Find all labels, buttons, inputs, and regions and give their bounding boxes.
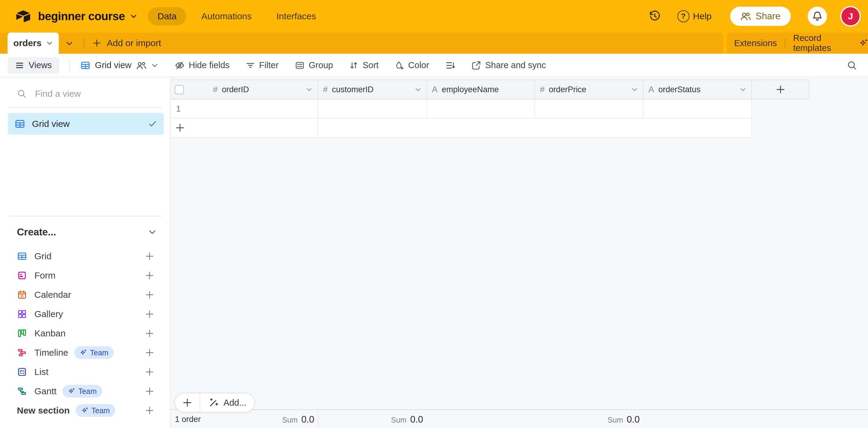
plus-icon[interactable]: [145, 386, 154, 396]
create-list-item[interactable]: List: [0, 362, 170, 382]
column-header-employeename[interactable]: A employeeName: [427, 79, 535, 99]
avatar-initial: J: [848, 11, 853, 22]
share-and-sync-button[interactable]: Share and sync: [471, 60, 546, 70]
plus-icon[interactable]: [145, 367, 154, 377]
create-timeline-item[interactable]: Timeline Team: [0, 343, 170, 362]
share-button[interactable]: Share: [730, 7, 791, 26]
svg-text:31: 31: [20, 294, 24, 298]
help-button[interactable]: Help: [677, 10, 712, 22]
airtable-app: beginner course Data Automations Interfa…: [0, 0, 868, 428]
row-height-button[interactable]: [445, 61, 455, 70]
add-record-pill: Add...: [174, 393, 255, 413]
extensions-button[interactable]: Extensions: [734, 38, 777, 48]
all-tables-chevron-icon[interactable]: [65, 39, 73, 47]
workspace-name: beginner course: [38, 10, 125, 23]
chevron-down-icon[interactable]: [631, 86, 638, 93]
cell-border: [751, 119, 752, 137]
tab-automations[interactable]: Automations: [192, 7, 261, 25]
create-calendar-item[interactable]: 31 Calendar: [0, 285, 170, 304]
tab-interfaces[interactable]: Interfaces: [267, 7, 326, 25]
column-header-orderid[interactable]: # orderID: [171, 79, 318, 99]
magic-wand-icon: [208, 398, 219, 408]
plus-icon: [175, 123, 185, 133]
current-view-button[interactable]: Grid view: [80, 60, 159, 70]
sum-label: Sum: [282, 416, 298, 424]
notifications-button[interactable]: [808, 7, 827, 26]
summary-orderid[interactable]: Sum 0.0: [248, 414, 314, 425]
group-icon: [295, 61, 305, 70]
column-header-customerid[interactable]: # customerID: [318, 79, 427, 99]
chevron-down-icon[interactable]: [46, 39, 53, 47]
hide-fields-button[interactable]: Hide fields: [175, 60, 229, 70]
create-new-section-item[interactable]: New section Team: [0, 401, 170, 420]
find-view-input[interactable]: [34, 88, 158, 99]
create-gallery-item[interactable]: Gallery: [0, 304, 170, 324]
search-icon[interactable]: [847, 60, 857, 70]
group-button[interactable]: Group: [295, 60, 333, 70]
create-gantt-item[interactable]: Gantt Team: [0, 382, 170, 401]
tab-data[interactable]: Data: [148, 7, 186, 25]
views-sidebar-toggle[interactable]: Views: [8, 57, 59, 73]
grid-view-icon: [14, 119, 25, 129]
add-record-plus-button[interactable]: [175, 393, 200, 412]
plus-icon[interactable]: [145, 251, 154, 261]
add-field-button[interactable]: [752, 79, 809, 99]
view-name: Grid view: [32, 119, 142, 129]
sort-icon: [349, 61, 358, 70]
search-icon: [17, 89, 27, 99]
table-row[interactable]: 1: [171, 99, 752, 119]
avatar[interactable]: J: [841, 7, 860, 25]
create-item-label: New section: [17, 405, 70, 416]
chevron-down-icon[interactable]: [306, 86, 313, 93]
color-label: Color: [408, 60, 429, 70]
timeline-icon: [17, 348, 27, 358]
plus-icon[interactable]: [145, 290, 154, 300]
plus-icon: [182, 398, 192, 408]
share-sync-label: Share and sync: [485, 60, 546, 70]
plus-icon: [775, 85, 786, 95]
number-field-icon: #: [213, 85, 218, 94]
create-section-header[interactable]: Create...: [17, 226, 157, 238]
column-name: orderID: [222, 85, 249, 94]
sidebar-view-grid-view[interactable]: Grid view: [8, 113, 164, 135]
select-all-checkbox[interactable]: [175, 85, 184, 94]
chevron-down-icon[interactable]: [739, 86, 746, 93]
form-icon: [17, 271, 27, 280]
create-grid-item[interactable]: Grid: [0, 246, 170, 266]
add-with-ai-button[interactable]: Add...: [200, 393, 254, 412]
add-row-button[interactable]: [171, 119, 752, 138]
filter-icon: [246, 61, 255, 70]
table-tab-orders[interactable]: orders: [7, 33, 59, 54]
sort-button[interactable]: Sort: [349, 60, 378, 70]
find-view-search[interactable]: [17, 88, 158, 99]
plus-icon[interactable]: [145, 309, 154, 319]
column-name: orderStatus: [658, 85, 701, 94]
column-header-orderprice[interactable]: # orderPrice: [535, 79, 644, 99]
cell-border: [318, 99, 318, 118]
workspace-switcher[interactable]: beginner course: [38, 10, 137, 23]
plus-icon[interactable]: [145, 271, 154, 280]
chevron-down-icon[interactable]: [151, 62, 159, 69]
column-header-orderstatus[interactable]: A orderStatus: [644, 79, 752, 99]
chevron-down-icon[interactable]: [414, 86, 422, 93]
plus-icon[interactable]: [145, 406, 154, 415]
summary-orderprice[interactable]: Sum 0.0: [574, 414, 640, 425]
summary-customerid[interactable]: Sum 0.0: [357, 414, 423, 425]
list-icon: [17, 367, 27, 377]
history-icon[interactable]: [649, 10, 660, 22]
grid-icon: [17, 251, 27, 261]
plus-icon[interactable]: [145, 329, 154, 338]
collaborators-icon: [136, 60, 146, 70]
color-button[interactable]: Color: [395, 60, 429, 70]
row-number: 1: [176, 104, 181, 113]
airtable-logo-icon[interactable]: [16, 10, 30, 22]
create-item-label: Kanban: [34, 328, 65, 338]
sum-value: 0.0: [627, 414, 640, 425]
create-form-item[interactable]: Form: [0, 266, 170, 285]
create-kanban-item[interactable]: Kanban: [0, 324, 170, 343]
record-templates-button[interactable]: Record templates: [793, 33, 868, 53]
filter-button[interactable]: Filter: [246, 60, 278, 70]
add-or-import-button[interactable]: Add or import: [92, 33, 161, 54]
chevron-down-icon[interactable]: [148, 228, 157, 237]
plus-icon[interactable]: [145, 348, 154, 358]
